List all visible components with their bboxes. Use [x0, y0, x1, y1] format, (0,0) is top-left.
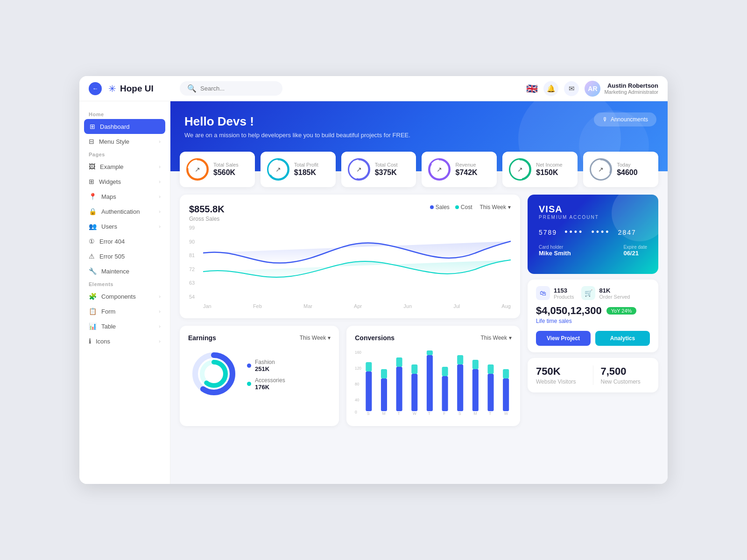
- stat-card-net-income: ↗ Net Income $150K: [502, 152, 578, 187]
- sidebar-label-menu-style: Menu Style: [99, 138, 154, 145]
- stat-label-income: Net Income: [536, 162, 562, 168]
- logo-icon: ✳: [108, 83, 116, 94]
- chevron-right-icon: ›: [159, 179, 161, 184]
- stat-info-profit: Total Profit $185K: [294, 162, 318, 177]
- svg-rect-32: [488, 364, 494, 374]
- sidebar-item-error404[interactable]: ① Error 404: [79, 234, 170, 249]
- accessories-info: Accessories 176K: [255, 377, 285, 391]
- gross-sales-chart-card: $855.8K Gross Sales Sales Cost This Week: [180, 195, 520, 318]
- dashboard-icon: ⊞: [90, 123, 95, 130]
- hero-subtitle: We are on a mission to help developers l…: [184, 132, 455, 139]
- menu-style-icon: ⊟: [89, 138, 94, 145]
- chevron-right-icon: ›: [159, 194, 161, 199]
- lifetime-label: Life time sales: [536, 318, 650, 324]
- maps-icon: 📍: [89, 193, 97, 200]
- left-column: $855.8K Gross Sales Sales Cost This Week: [180, 195, 520, 426]
- stat-label-sales: Total Sales: [213, 162, 239, 168]
- sidebar-item-error505[interactable]: ⚠ Error 505: [79, 249, 170, 264]
- customers-value: 7,500: [601, 365, 650, 378]
- visitors-value: 750K: [536, 365, 585, 378]
- svg-rect-25: [442, 376, 448, 411]
- svg-text:S: S: [367, 411, 370, 416]
- visa-type: PREMIUM ACCOUNT: [539, 215, 647, 220]
- stat-value-income: $150K: [536, 168, 562, 177]
- mail-button[interactable]: ✉: [564, 81, 579, 96]
- svg-text:M: M: [382, 411, 386, 416]
- search-bar[interactable]: 🔍: [180, 81, 282, 96]
- sidebar-item-components[interactable]: 🧩 Components ›: [79, 289, 170, 304]
- conversions-period-label: This Week: [481, 335, 507, 341]
- stat-value-sales: $560K: [213, 168, 239, 177]
- notification-button[interactable]: 🔔: [543, 81, 558, 96]
- sidebar-item-table[interactable]: 📊 Table ›: [79, 319, 170, 334]
- chevron-right-icon: ›: [159, 294, 161, 299]
- analytics-button[interactable]: Analytics: [595, 331, 650, 346]
- chevron-right-icon: ›: [159, 209, 161, 214]
- svg-rect-28: [457, 355, 463, 364]
- sidebar-section-home: Home: [79, 109, 170, 119]
- card-action-buttons: View Project Analytics: [536, 331, 650, 346]
- new-customers: 7,500 New Customers: [601, 365, 650, 385]
- user-name: Austin Robertson: [604, 82, 658, 89]
- lifetime-value: $4,050,12,300: [536, 305, 602, 317]
- chart-title-group: $855.8K Gross Sales: [189, 204, 225, 222]
- conversions-period[interactable]: This Week ▾: [481, 335, 512, 341]
- svg-text:40: 40: [355, 398, 359, 402]
- sidebar-label-example: Example: [100, 163, 154, 170]
- flag-icon[interactable]: 🇬🇧: [526, 83, 538, 94]
- search-icon: 🔍: [187, 84, 197, 93]
- chevron-down-icon: ▾: [328, 335, 331, 341]
- visa-number: 5789 •••• •••• 2847: [539, 227, 647, 237]
- sidebar-label-table: Table: [101, 323, 154, 330]
- stat-info-today: Today $4600: [617, 162, 638, 177]
- chevron-right-icon: ›: [159, 323, 161, 329]
- stat-card-total-profit: ↗ Total Profit $185K: [261, 152, 336, 187]
- conversions-card: Conversions This Week ▾ 160: [346, 326, 520, 426]
- sidebar-item-users[interactable]: 👥 Users ›: [79, 219, 170, 234]
- sidebar-label-users: Users: [101, 223, 154, 230]
- svg-text:160: 160: [355, 350, 361, 355]
- announcements-button[interactable]: 🎙 Announcments: [594, 112, 656, 126]
- sidebar-item-authentication[interactable]: 🔒 Authentication ›: [79, 204, 170, 219]
- sidebar-item-maintence[interactable]: 🔧 Maintence: [79, 264, 170, 279]
- earnings-period[interactable]: This Week ▾: [300, 335, 331, 341]
- svg-rect-23: [427, 355, 433, 411]
- orders-icon: 🛒: [581, 286, 595, 300]
- sidebar-item-menu-style[interactable]: ⊟ Menu Style ›: [79, 134, 170, 149]
- products-icon: 🛍: [536, 286, 550, 300]
- sidebar-label-error404: Error 404: [99, 238, 161, 245]
- user-role: Marketing Administrator: [604, 89, 658, 95]
- sidebar-item-maps[interactable]: 📍 Maps ›: [79, 189, 170, 204]
- back-button[interactable]: ←: [89, 82, 102, 95]
- svg-text:T: T: [398, 411, 401, 416]
- visa-dots-2: ••••: [591, 227, 610, 237]
- icons-icon: ℹ: [89, 337, 91, 345]
- donut-legend: Fashion 251K Accessories 176K: [247, 359, 285, 391]
- widgets-icon: ⊞: [89, 178, 94, 185]
- stat-circle-today: ↗: [590, 158, 612, 181]
- view-project-button[interactable]: View Project: [536, 331, 591, 346]
- chevron-right-icon: ›: [159, 224, 161, 229]
- period-selector[interactable]: This Week ▾: [480, 204, 511, 210]
- svg-rect-18: [381, 369, 387, 378]
- sidebar-item-icons[interactable]: ℹ Icons ›: [79, 334, 170, 349]
- visa-holder: Card holder Mike Smith: [539, 245, 571, 257]
- svg-rect-31: [488, 374, 494, 411]
- chevron-down-icon: ▾: [508, 204, 511, 210]
- visitors-label: Website Visitors: [536, 378, 585, 385]
- top-bar-right: 🇬🇧 🔔 ✉ AR Austin Robertson Marketing Adm…: [526, 81, 658, 97]
- svg-rect-21: [411, 374, 417, 411]
- chart-controls: Sales Cost This Week ▾: [430, 204, 511, 210]
- svg-rect-33: [503, 378, 509, 411]
- chart-area: 99 90 81 72 63 54: [189, 225, 511, 309]
- svg-text:S: S: [458, 411, 461, 416]
- sidebar-item-dashboard[interactable]: ⊞ Dashboard: [84, 119, 165, 134]
- sidebar-item-form[interactable]: 📋 Form ›: [79, 304, 170, 319]
- sidebar-item-widgets[interactable]: ⊞ Widgets ›: [79, 174, 170, 189]
- sidebar-item-example[interactable]: 🖼 Example ›: [79, 159, 170, 174]
- search-input[interactable]: [200, 85, 275, 92]
- visa-prefix: 5789: [539, 229, 557, 236]
- svg-rect-24: [427, 350, 433, 355]
- mic-icon: 🎙: [602, 116, 608, 123]
- svg-text:W: W: [504, 411, 508, 416]
